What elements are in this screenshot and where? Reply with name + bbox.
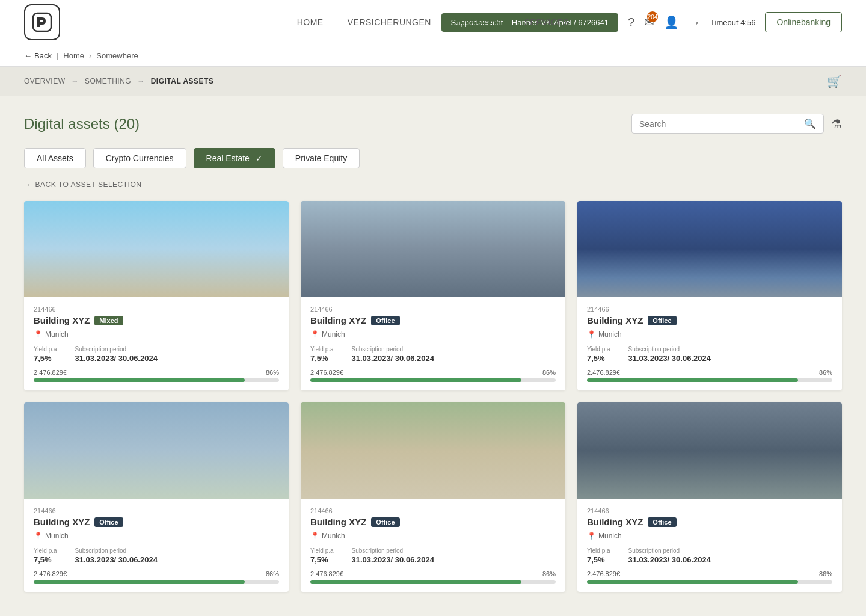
yield-label-3: Yield p.a <box>34 547 57 554</box>
subscription-label-1: Subscription period <box>352 346 434 353</box>
logout-button[interactable]: → <box>689 16 701 29</box>
tab-all-assets[interactable]: All Assets <box>24 148 86 168</box>
card-title-5: Building XYZ <box>587 517 643 527</box>
back-label: Back <box>34 51 52 60</box>
user-icon: 👤 <box>664 16 679 29</box>
card-body-2: 214466 Building XYZ Office 📍 Munich Yiel… <box>577 297 842 390</box>
breadcrumb-somewhere: Somewhere <box>96 51 138 60</box>
profile-button[interactable]: 👤 <box>664 15 679 29</box>
card-body-4: 214466 Building XYZ Office 📍 Munich Yiel… <box>301 499 565 592</box>
subnav-arrow-1: → <box>71 77 79 85</box>
search-icon: 🔍 <box>804 119 816 129</box>
card-image-2 <box>577 201 842 297</box>
card-progress-bar-5 <box>587 580 832 584</box>
subnav-overview[interactable]: OVERVIEW <box>24 77 65 85</box>
back-arrow-small-icon: → <box>24 180 32 189</box>
card-4[interactable]: 214466 Building XYZ Office 📍 Munich Yiel… <box>301 402 565 592</box>
card-progress-fill-0 <box>34 378 245 382</box>
card-id-1: 214466 <box>310 306 556 313</box>
card-title-row-0: Building XYZ Mixed <box>34 315 279 325</box>
card-progress-bar-0 <box>34 378 279 382</box>
card-subscription-4: Subscription period 31.03.2023/ 30.06.20… <box>352 547 434 564</box>
card-body-0: 214466 Building XYZ Mixed 📍 Munich Yield… <box>24 297 289 390</box>
checkmark-icon: ✓ <box>256 153 263 163</box>
card-3[interactable]: 214466 Building XYZ Office 📍 Munich Yiel… <box>24 402 289 592</box>
card-title-row-4: Building XYZ Office <box>310 517 556 527</box>
subnav-something[interactable]: SOMETHING <box>85 77 131 85</box>
card-badge-5: Office <box>648 517 676 527</box>
nav-services[interactable]: SERVICES <box>524 17 570 27</box>
card-body-5: 214466 Building XYZ Office 📍 Munich Yiel… <box>577 499 842 592</box>
card-amount-1: 2.476.829€ <box>310 369 343 376</box>
card-title-1: Building XYZ <box>310 315 366 325</box>
card-subscription-2: Subscription period 31.03.2023/ 30.06.20… <box>628 346 711 363</box>
card-yield-1: Yield p.a 7,5% <box>310 346 334 363</box>
card-title-row-2: Building XYZ Office <box>587 315 832 325</box>
card-progress-row-0: 2.476.829€ 86% <box>34 369 279 376</box>
location-icon-4: 📍 <box>310 532 319 540</box>
card-image-0 <box>24 201 289 297</box>
card-stats-4: Yield p.a 7,5% Subscription period 31.03… <box>310 547 556 564</box>
card-5[interactable]: 214466 Building XYZ Office 📍 Munich Yiel… <box>577 402 842 592</box>
location-icon-5: 📍 <box>587 532 596 540</box>
filter-button[interactable]: ⚗ <box>831 117 842 131</box>
card-amount-4: 2.476.829€ <box>310 570 343 578</box>
card-progress-pct-5: 86% <box>819 570 832 578</box>
yield-value-4: 7,5% <box>310 555 334 564</box>
nav-versicherungen[interactable]: VERSICHERUNGEN <box>348 17 431 27</box>
cards-grid: 214466 Building XYZ Mixed 📍 Munich Yield… <box>24 201 842 592</box>
card-body-1: 214466 Building XYZ Office 📍 Munich Yiel… <box>301 297 565 390</box>
card-progress-pct-4: 86% <box>542 570 556 578</box>
card-1[interactable]: 214466 Building XYZ Office 📍 Munich Yiel… <box>301 201 565 390</box>
location-icon-1: 📍 <box>310 330 319 339</box>
location-icon-2: 📍 <box>587 330 596 339</box>
help-button[interactable]: ? <box>628 16 634 29</box>
tab-crypto[interactable]: Crypto Currencies <box>93 148 186 168</box>
yield-label-0: Yield p.a <box>34 346 57 353</box>
card-id-0: 214466 <box>34 306 279 313</box>
location-icon-3: 📍 <box>34 532 43 540</box>
card-amount-2: 2.476.829€ <box>587 369 620 376</box>
card-badge-2: Office <box>648 316 676 325</box>
card-location-text-1: Munich <box>322 330 345 339</box>
card-badge-0: Mixed <box>94 316 123 325</box>
yield-label-4: Yield p.a <box>310 547 334 554</box>
back-button[interactable]: ← Back <box>24 51 52 60</box>
logo[interactable] <box>24 4 60 40</box>
subscription-label-0: Subscription period <box>75 346 158 353</box>
card-badge-3: Office <box>94 517 123 527</box>
breadcrumb-home[interactable]: Home <box>63 51 84 60</box>
card-location-2: 📍 Munich <box>587 330 832 339</box>
subscription-label-5: Subscription period <box>628 547 711 554</box>
card-yield-2: Yield p.a 7,5% <box>587 346 610 363</box>
card-progress-bar-3 <box>34 580 279 584</box>
card-location-4: 📍 Munich <box>310 532 556 540</box>
page-title-count: (20) <box>114 116 140 132</box>
notifications-button[interactable]: ✉ 204 <box>644 15 654 29</box>
card-progress-fill-5 <box>587 580 798 584</box>
subscription-value-2: 31.03.2023/ 30.06.2024 <box>628 354 711 363</box>
nav-home[interactable]: HOME <box>297 17 324 27</box>
logout-icon: → <box>689 16 701 29</box>
nav-finanzen[interactable]: FINANZEN <box>455 16 500 28</box>
subnav-digital-assets[interactable]: DIGITAL ASSETS <box>151 77 214 85</box>
help-icon: ? <box>628 16 634 29</box>
card-subscription-0: Subscription period 31.03.2023/ 30.06.20… <box>75 346 158 363</box>
card-id-3: 214466 <box>34 507 279 514</box>
back-to-selection[interactable]: → BACK TO ASSET SELECTION <box>24 180 842 189</box>
card-id-2: 214466 <box>587 306 832 313</box>
onlinebanking-button[interactable]: Onlinebanking <box>765 12 842 32</box>
card-2[interactable]: 214466 Building XYZ Office 📍 Munich Yiel… <box>577 201 842 390</box>
search-input[interactable] <box>639 119 804 129</box>
card-subscription-5: Subscription period 31.03.2023/ 30.06.20… <box>628 547 711 564</box>
tab-private-equity[interactable]: Private Equity <box>283 148 360 168</box>
tab-real-estate[interactable]: Real Estate ✓ <box>194 148 275 168</box>
subscription-label-3: Subscription period <box>75 547 158 554</box>
search-button[interactable]: 🔍 <box>804 118 816 129</box>
card-progress-fill-2 <box>587 378 798 382</box>
basket-icon[interactable]: 🛒 <box>827 74 843 88</box>
card-stats-3: Yield p.a 7,5% Subscription period 31.03… <box>34 547 279 564</box>
card-0[interactable]: 214466 Building XYZ Mixed 📍 Munich Yield… <box>24 201 289 390</box>
yield-value-3: 7,5% <box>34 555 57 564</box>
card-progress-bar-4 <box>310 580 556 584</box>
